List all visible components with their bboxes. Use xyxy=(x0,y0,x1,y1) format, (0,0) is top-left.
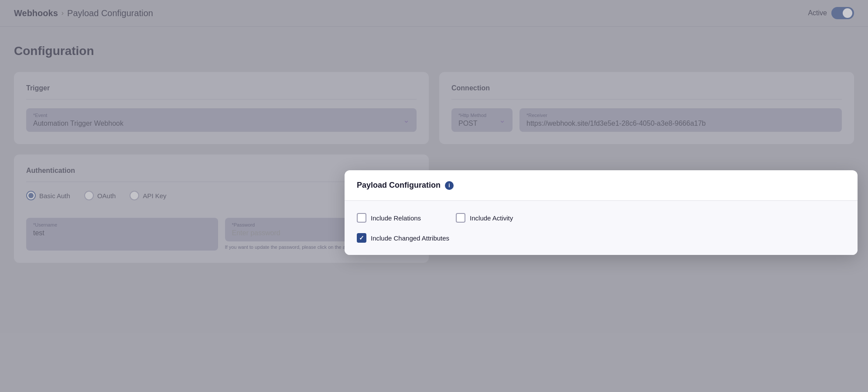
modal-header: Payload Configuration i xyxy=(345,170,858,201)
include-relations-checkbox[interactable] xyxy=(357,213,366,223)
modal-title: Payload Configuration xyxy=(357,181,441,190)
include-relations-item[interactable]: Include Relations xyxy=(357,213,421,223)
include-changed-attributes-label: Include Changed Attributes xyxy=(371,234,449,242)
info-icon[interactable]: i xyxy=(445,181,454,190)
include-changed-attributes-checkbox[interactable] xyxy=(357,233,366,243)
payload-config-modal: Payload Configuration i Include Relation… xyxy=(345,170,858,255)
modal-body: Include Relations Include Activity Inclu… xyxy=(345,201,858,255)
modal-row-1: Include Relations Include Activity xyxy=(357,213,845,223)
modal-row-2: Include Changed Attributes xyxy=(357,233,845,243)
include-relations-label: Include Relations xyxy=(371,214,421,222)
include-activity-label: Include Activity xyxy=(470,214,513,222)
include-changed-attributes-item[interactable]: Include Changed Attributes xyxy=(357,233,449,243)
include-activity-checkbox[interactable] xyxy=(456,213,465,223)
include-activity-item[interactable]: Include Activity xyxy=(456,213,513,223)
